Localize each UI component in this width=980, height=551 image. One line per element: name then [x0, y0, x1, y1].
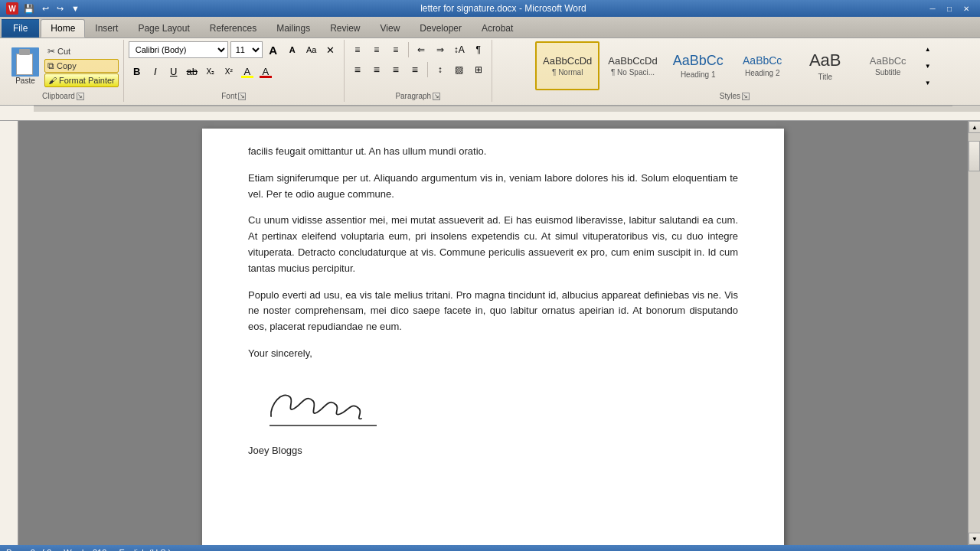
- style-no-spacing[interactable]: AaBbCcDd ¶ No Spaci...: [601, 41, 664, 90]
- signature-area: [248, 374, 738, 437]
- format-painter-button[interactable]: 🖌 Format Painter: [44, 73, 119, 87]
- save-qat-btn[interactable]: 💾: [21, 3, 37, 15]
- italic-btn[interactable]: I: [147, 63, 164, 80]
- svg-rect-1: [0, 121, 18, 545]
- tab-developer[interactable]: Developer: [410, 19, 472, 37]
- numbering-btn[interactable]: ≡: [368, 41, 385, 58]
- document-area[interactable]: facilis feugait omittantur ut. An has ul…: [18, 121, 968, 545]
- window-controls: ─ □ ✕: [925, 3, 974, 14]
- style-normal-preview: AaBbCcDd: [543, 55, 592, 67]
- font-group: Calibri (Body) 11 A A Aa ✕ B I U ab X₂: [124, 40, 345, 102]
- tab-mailings[interactable]: Mailings: [266, 19, 320, 37]
- align-center-btn[interactable]: ≡: [368, 61, 385, 78]
- style-subtitle-label: Subtitle: [875, 68, 900, 77]
- style-heading1[interactable]: AaBbCc Heading 1: [666, 41, 730, 90]
- paragraph-expand-btn[interactable]: ↘: [433, 93, 440, 100]
- status-bar: Page: 2 of 2 Words: 312 English (U.S.): [0, 545, 980, 551]
- para-4: Populo everti ad usu, ea vis tale melius…: [248, 288, 738, 335]
- align-left-btn[interactable]: ≡: [349, 61, 366, 78]
- minimize-btn[interactable]: ─: [925, 3, 940, 14]
- style-normal-label: ¶ Normal: [552, 68, 583, 77]
- font-color-btn[interactable]: A: [257, 63, 274, 80]
- style-normal[interactable]: AaBbCcDd ¶ Normal: [535, 41, 599, 90]
- style-subtitle[interactable]: AaBbCc Subtitle: [858, 41, 919, 90]
- clipboard-controls: Paste ✂ Cut ⧉ Copy 🖌 Format Painter: [8, 41, 119, 90]
- tab-review[interactable]: Review: [320, 19, 370, 37]
- tab-references[interactable]: References: [200, 19, 266, 37]
- sort-btn[interactable]: ↕A: [451, 41, 468, 58]
- show-marks-btn[interactable]: ¶: [470, 41, 487, 58]
- ruler-track: [34, 106, 980, 120]
- multilevel-btn[interactable]: ≡: [387, 41, 404, 58]
- increase-indent-btn[interactable]: ⇒: [432, 41, 449, 58]
- superscript-btn[interactable]: X²: [220, 63, 237, 80]
- para-2: Etiam signiferumque per ut. Aliquando ar…: [248, 171, 738, 203]
- tab-view[interactable]: View: [371, 19, 410, 37]
- style-heading2[interactable]: AaBbCc Heading 2: [732, 41, 793, 90]
- scroll-track[interactable]: [969, 133, 980, 533]
- signer-name: Joey Bloggs: [248, 443, 738, 459]
- style-heading1-preview: AaBbCc: [673, 53, 724, 70]
- window-title: letter for signature.docx - Microsoft Wo…: [420, 3, 586, 14]
- bold-btn[interactable]: B: [129, 63, 145, 80]
- title-bar: W 💾 ↩ ↪ ▼ letter for signature.docx - Mi…: [0, 0, 980, 17]
- signature-svg: [248, 374, 401, 432]
- scroll-up-btn[interactable]: ▲: [969, 121, 980, 133]
- v-ruler-marks: [0, 121, 18, 545]
- line-spacing-btn[interactable]: ↕: [432, 61, 449, 78]
- tab-bar: File Home Insert Page Layout References …: [0, 17, 980, 37]
- scroll-thumb[interactable]: [969, 141, 980, 171]
- language: English (U.S.): [119, 548, 171, 551]
- titlebar-left: W 💾 ↩ ↪ ▼: [6, 2, 82, 15]
- justify-btn[interactable]: ≡: [407, 61, 423, 78]
- tab-insert[interactable]: Insert: [85, 19, 128, 37]
- style-title-preview: AaB: [809, 51, 841, 70]
- tab-acrobat[interactable]: Acrobat: [472, 19, 523, 37]
- copy-button[interactable]: ⧉ Copy: [44, 59, 119, 73]
- bullets-btn[interactable]: ≡: [349, 41, 366, 58]
- para-1: facilis feugait omittantur ut. An has ul…: [248, 144, 738, 160]
- underline-btn[interactable]: U: [165, 63, 182, 80]
- clear-format-btn[interactable]: ✕: [322, 41, 339, 58]
- style-title[interactable]: AaB Title: [795, 41, 856, 90]
- scroll-down-btn[interactable]: ▼: [969, 533, 980, 545]
- cut-button[interactable]: ✂ Cut: [44, 44, 119, 58]
- grow-font-btn[interactable]: A: [265, 41, 282, 58]
- strikethrough-btn[interactable]: ab: [184, 63, 201, 80]
- qat-more-btn[interactable]: ▼: [69, 3, 82, 14]
- tab-page-layout[interactable]: Page Layout: [128, 19, 199, 37]
- para-3: Cu unum vidisse assentior mei, mei mutat…: [248, 213, 738, 276]
- styles-expand-btn[interactable]: ↘: [742, 93, 750, 100]
- style-title-label: Title: [818, 73, 832, 81]
- format-painter-icon: 🖌: [48, 76, 57, 85]
- vertical-scrollbar: ▲ ▼: [968, 121, 980, 545]
- font-expand-btn[interactable]: ↘: [238, 93, 246, 100]
- shrink-font-btn[interactable]: A: [284, 41, 301, 58]
- vertical-ruler: [0, 121, 18, 545]
- font-size-select[interactable]: 11: [230, 41, 263, 58]
- style-heading1-label: Heading 1: [681, 70, 716, 79]
- shading-btn[interactable]: ▨: [451, 61, 468, 78]
- undo-qat-btn[interactable]: ↩: [40, 3, 51, 15]
- styles-scroll-down[interactable]: ▼: [922, 58, 934, 73]
- ribbon: File Home Insert Page Layout References …: [0, 17, 980, 106]
- paste-button[interactable]: Paste: [8, 45, 43, 87]
- align-right-btn[interactable]: ≡: [387, 61, 404, 78]
- font-format-row: B I U ab X₂ X² A A: [129, 63, 274, 80]
- redo-qat-btn[interactable]: ↪: [54, 3, 66, 15]
- styles-scroll-up[interactable]: ▲: [922, 41, 934, 57]
- maximize-btn[interactable]: □: [942, 3, 957, 14]
- close-btn[interactable]: ✕: [959, 3, 974, 14]
- text-highlight-btn[interactable]: A: [239, 63, 256, 80]
- decrease-indent-btn[interactable]: ⇐: [413, 41, 430, 58]
- tab-file[interactable]: File: [2, 19, 39, 37]
- subscript-btn[interactable]: X₂: [202, 63, 219, 80]
- document-content[interactable]: facilis feugait omittantur ut. An has ul…: [202, 129, 784, 545]
- clipboard-expand-btn[interactable]: ↘: [77, 93, 84, 100]
- tab-home[interactable]: Home: [41, 19, 85, 37]
- styles-more[interactable]: ▼: [922, 75, 934, 90]
- closing-para: Your sincerely,: [248, 346, 738, 362]
- borders-btn[interactable]: ⊞: [470, 61, 487, 78]
- font-name-select[interactable]: Calibri (Body): [129, 41, 228, 58]
- change-case-btn[interactable]: Aa: [303, 41, 320, 58]
